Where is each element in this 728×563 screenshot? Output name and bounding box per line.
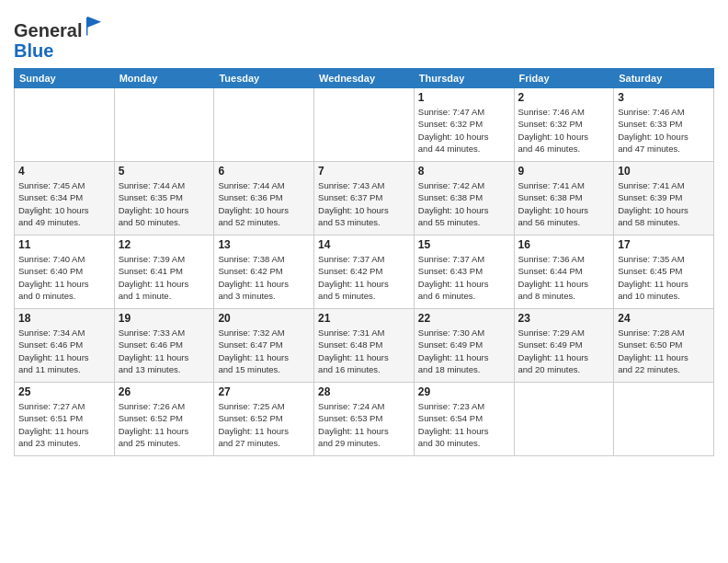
weekday-header-friday: Friday — [514, 69, 614, 88]
calendar-day-cell: 8Sunrise: 7:42 AM Sunset: 6:38 PM Daylig… — [414, 162, 514, 236]
day-info: Sunrise: 7:31 AM Sunset: 6:48 PM Dayligh… — [318, 327, 410, 375]
calendar-day-cell: 21Sunrise: 7:31 AM Sunset: 6:48 PM Dayli… — [314, 309, 415, 383]
day-info: Sunrise: 7:28 AM Sunset: 6:50 PM Dayligh… — [618, 327, 710, 375]
calendar-day-cell: 20Sunrise: 7:32 AM Sunset: 6:47 PM Dayli… — [214, 309, 314, 383]
day-number: 27 — [218, 385, 310, 398]
day-info: Sunrise: 7:47 AM Sunset: 6:32 PM Dayligh… — [418, 106, 510, 155]
day-number: 18 — [18, 312, 110, 325]
weekday-header-monday: Monday — [114, 69, 214, 88]
page-header: General Blue — [14, 9, 714, 61]
day-number: 1 — [418, 91, 510, 104]
calendar-day-cell: 13Sunrise: 7:38 AM Sunset: 6:42 PM Dayli… — [214, 236, 314, 309]
calendar-week-row: 25Sunrise: 7:27 AM Sunset: 6:51 PM Dayli… — [15, 383, 714, 456]
day-number: 19 — [119, 312, 210, 325]
day-number: 26 — [119, 385, 210, 398]
day-info: Sunrise: 7:24 AM Sunset: 6:53 PM Dayligh… — [318, 400, 410, 449]
weekday-header-thursday: Thursday — [414, 69, 514, 88]
day-info: Sunrise: 7:32 AM Sunset: 6:47 PM Dayligh… — [218, 327, 310, 375]
calendar-empty-cell — [214, 88, 314, 162]
logo: General Blue — [14, 17, 104, 61]
day-number: 5 — [119, 165, 210, 178]
day-info: Sunrise: 7:29 AM Sunset: 6:49 PM Dayligh… — [518, 327, 610, 375]
day-number: 20 — [218, 312, 310, 325]
calendar-day-cell: 12Sunrise: 7:39 AM Sunset: 6:41 PM Dayli… — [114, 236, 214, 309]
day-info: Sunrise: 7:44 AM Sunset: 6:35 PM Dayligh… — [119, 179, 210, 228]
day-number: 3 — [618, 91, 710, 104]
day-info: Sunrise: 7:38 AM Sunset: 6:42 PM Dayligh… — [218, 253, 310, 302]
weekday-header-sunday: Sunday — [15, 69, 115, 88]
calendar-day-cell: 9Sunrise: 7:41 AM Sunset: 6:38 PM Daylig… — [514, 162, 614, 236]
calendar-day-cell: 22Sunrise: 7:30 AM Sunset: 6:49 PM Dayli… — [414, 309, 514, 383]
calendar-header-row: SundayMondayTuesdayWednesdayThursdayFrid… — [15, 69, 714, 88]
day-info: Sunrise: 7:34 AM Sunset: 6:46 PM Dayligh… — [18, 327, 110, 375]
calendar-week-row: 4Sunrise: 7:45 AM Sunset: 6:34 PM Daylig… — [15, 162, 714, 236]
day-number: 28 — [318, 385, 410, 398]
weekday-header-tuesday: Tuesday — [214, 69, 314, 88]
day-number: 2 — [518, 91, 610, 104]
day-info: Sunrise: 7:41 AM Sunset: 6:39 PM Dayligh… — [618, 179, 710, 228]
day-number: 14 — [318, 238, 410, 251]
calendar-table: SundayMondayTuesdayWednesdayThursdayFrid… — [14, 68, 714, 456]
day-number: 17 — [618, 238, 710, 251]
calendar-day-cell: 25Sunrise: 7:27 AM Sunset: 6:51 PM Dayli… — [15, 383, 115, 456]
day-info: Sunrise: 7:42 AM Sunset: 6:38 PM Dayligh… — [418, 179, 510, 228]
day-info: Sunrise: 7:46 AM Sunset: 6:33 PM Dayligh… — [618, 106, 710, 155]
calendar-day-cell: 27Sunrise: 7:25 AM Sunset: 6:52 PM Dayli… — [214, 383, 314, 456]
calendar-day-cell: 7Sunrise: 7:43 AM Sunset: 6:37 PM Daylig… — [314, 162, 415, 236]
day-info: Sunrise: 7:43 AM Sunset: 6:37 PM Dayligh… — [318, 179, 410, 228]
day-number: 24 — [618, 312, 710, 325]
logo-general: General — [14, 20, 82, 40]
calendar-day-cell: 3Sunrise: 7:46 AM Sunset: 6:33 PM Daylig… — [614, 88, 714, 162]
day-info: Sunrise: 7:27 AM Sunset: 6:51 PM Dayligh… — [18, 400, 110, 449]
calendar-day-cell: 26Sunrise: 7:26 AM Sunset: 6:52 PM Dayli… — [114, 383, 214, 456]
day-number: 7 — [318, 165, 410, 178]
day-info: Sunrise: 7:23 AM Sunset: 6:54 PM Dayligh… — [418, 400, 510, 449]
calendar-day-cell: 14Sunrise: 7:37 AM Sunset: 6:42 PM Dayli… — [314, 236, 415, 309]
day-info: Sunrise: 7:36 AM Sunset: 6:44 PM Dayligh… — [518, 253, 610, 302]
calendar-empty-cell — [614, 383, 714, 456]
calendar-day-cell: 2Sunrise: 7:46 AM Sunset: 6:32 PM Daylig… — [514, 88, 614, 162]
day-number: 10 — [618, 165, 710, 178]
calendar-day-cell: 10Sunrise: 7:41 AM Sunset: 6:39 PM Dayli… — [614, 162, 714, 236]
calendar-day-cell: 17Sunrise: 7:35 AM Sunset: 6:45 PM Dayli… — [614, 236, 714, 309]
day-info: Sunrise: 7:41 AM Sunset: 6:38 PM Dayligh… — [518, 179, 610, 228]
day-number: 8 — [418, 165, 510, 178]
day-info: Sunrise: 7:44 AM Sunset: 6:36 PM Dayligh… — [218, 179, 310, 228]
calendar-day-cell: 29Sunrise: 7:23 AM Sunset: 6:54 PM Dayli… — [414, 383, 514, 456]
day-info: Sunrise: 7:40 AM Sunset: 6:40 PM Dayligh… — [18, 253, 110, 302]
day-info: Sunrise: 7:30 AM Sunset: 6:49 PM Dayligh… — [418, 327, 510, 375]
calendar-day-cell: 1Sunrise: 7:47 AM Sunset: 6:32 PM Daylig… — [414, 88, 514, 162]
day-number: 6 — [218, 165, 310, 178]
calendar-day-cell: 11Sunrise: 7:40 AM Sunset: 6:40 PM Dayli… — [15, 236, 115, 309]
calendar-empty-cell — [114, 88, 214, 162]
calendar-day-cell: 24Sunrise: 7:28 AM Sunset: 6:50 PM Dayli… — [614, 309, 714, 383]
day-number: 23 — [518, 312, 610, 325]
day-number: 15 — [418, 238, 510, 251]
day-info: Sunrise: 7:46 AM Sunset: 6:32 PM Dayligh… — [518, 106, 610, 155]
day-number: 12 — [119, 238, 210, 251]
day-number: 22 — [418, 312, 510, 325]
day-number: 9 — [518, 165, 610, 178]
calendar-empty-cell — [314, 88, 415, 162]
calendar-week-row: 18Sunrise: 7:34 AM Sunset: 6:46 PM Dayli… — [15, 309, 714, 383]
day-info: Sunrise: 7:35 AM Sunset: 6:45 PM Dayligh… — [618, 253, 710, 302]
day-number: 11 — [18, 238, 110, 251]
calendar-day-cell: 19Sunrise: 7:33 AM Sunset: 6:46 PM Dayli… — [114, 309, 214, 383]
day-info: Sunrise: 7:37 AM Sunset: 6:42 PM Dayligh… — [318, 253, 410, 302]
calendar-week-row: 1Sunrise: 7:47 AM Sunset: 6:32 PM Daylig… — [15, 88, 714, 162]
day-info: Sunrise: 7:37 AM Sunset: 6:43 PM Dayligh… — [418, 253, 510, 302]
day-info: Sunrise: 7:33 AM Sunset: 6:46 PM Dayligh… — [119, 327, 210, 375]
day-number: 4 — [18, 165, 110, 178]
day-info: Sunrise: 7:39 AM Sunset: 6:41 PM Dayligh… — [119, 253, 210, 302]
weekday-header-wednesday: Wednesday — [314, 69, 415, 88]
calendar-day-cell: 15Sunrise: 7:37 AM Sunset: 6:43 PM Dayli… — [414, 236, 514, 309]
calendar-day-cell: 16Sunrise: 7:36 AM Sunset: 6:44 PM Dayli… — [514, 236, 614, 309]
svg-marker-0 — [86, 17, 101, 36]
day-info: Sunrise: 7:26 AM Sunset: 6:52 PM Dayligh… — [119, 400, 210, 449]
day-number: 21 — [318, 312, 410, 325]
calendar-day-cell: 28Sunrise: 7:24 AM Sunset: 6:53 PM Dayli… — [314, 383, 415, 456]
day-info: Sunrise: 7:45 AM Sunset: 6:34 PM Dayligh… — [18, 179, 110, 228]
calendar-day-cell: 6Sunrise: 7:44 AM Sunset: 6:36 PM Daylig… — [214, 162, 314, 236]
calendar-day-cell: 4Sunrise: 7:45 AM Sunset: 6:34 PM Daylig… — [15, 162, 115, 236]
day-number: 16 — [518, 238, 610, 251]
